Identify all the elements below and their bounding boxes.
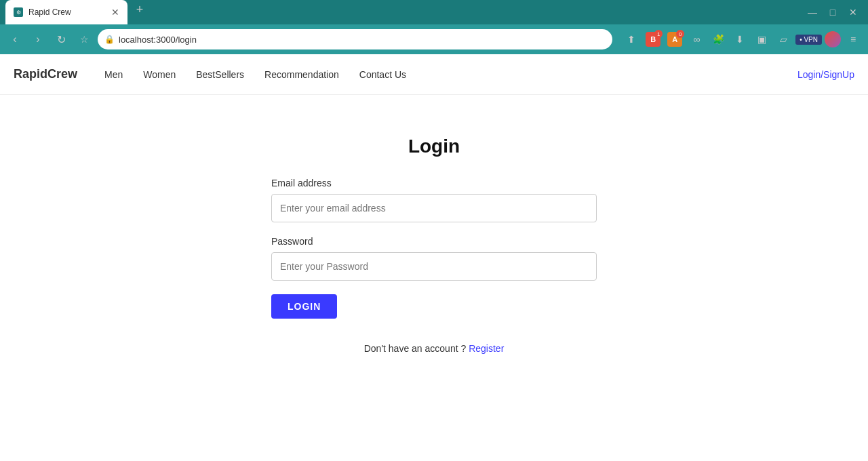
nav-recommendation[interactable]: Recommendation <box>264 69 339 80</box>
login-container: Login Email address Password LOGIN Don't… <box>0 95 868 461</box>
nav-contact[interactable]: Contact Us <box>359 69 406 80</box>
sidebar-icon[interactable]: ▣ <box>752 30 771 49</box>
site-nav: RapidCrew Men Women BestSellers Recommen… <box>0 54 868 95</box>
minimize-button[interactable]: — <box>803 3 822 22</box>
tab-close-button[interactable]: ✕ <box>111 7 119 17</box>
ext-badge-count-1: 1 <box>654 30 663 38</box>
extension-badge-2[interactable]: A 0 <box>665 30 684 49</box>
email-form-group: Email address <box>271 178 597 222</box>
title-bar: ⚙ Rapid Crew ✕ + — □ ✕ <box>0 0 868 24</box>
vpn-badge[interactable]: • VPN <box>795 35 822 45</box>
nav-men[interactable]: Men <box>104 69 123 80</box>
site-logo[interactable]: RapidCrew <box>14 67 77 81</box>
login-actions: LOGIN <box>271 294 597 319</box>
site-nav-links: Men Women BestSellers Recommendation Con… <box>104 69 797 80</box>
share-icon[interactable]: ⬆ <box>622 30 641 49</box>
menu-icon[interactable]: ≡ <box>844 30 863 49</box>
nav-bestsellers[interactable]: BestSellers <box>196 69 244 80</box>
nav-bar: ‹ › ↻ ☆ 🔒 localhost:3000/login ⬆ B 1 A 0… <box>0 24 868 54</box>
close-button[interactable]: ✕ <box>844 3 863 22</box>
email-label: Email address <box>271 178 597 188</box>
back-button[interactable]: ‹ <box>5 30 24 49</box>
forward-button[interactable]: › <box>28 30 47 49</box>
register-link[interactable]: Register <box>469 343 504 354</box>
password-form-group: Password <box>271 236 597 281</box>
extension-badge-1[interactable]: B 1 <box>644 30 663 49</box>
register-link-row: Don't have an account ? Register <box>364 343 505 354</box>
profile-icon[interactable] <box>825 31 841 47</box>
email-input[interactable] <box>271 194 597 222</box>
toolbar-right: ⬆ B 1 A 0 ∞ 🧩 ⬇ ▣ ▱ • VPN ≡ <box>622 30 863 49</box>
tab-bar: ⚙ Rapid Crew ✕ + <box>5 0 149 24</box>
lock-icon: 🔒 <box>104 35 115 44</box>
ext-badge-count-2: 0 <box>676 30 684 38</box>
no-account-text: Don't have an account ? <box>364 343 467 354</box>
active-tab[interactable]: ⚙ Rapid Crew ✕ <box>5 0 127 24</box>
page-content: RapidCrew Men Women BestSellers Recommen… <box>0 54 868 461</box>
nav-login-signup[interactable]: Login/SignUp <box>797 69 854 80</box>
maximize-button[interactable]: □ <box>823 3 842 22</box>
infinity-icon[interactable]: ∞ <box>687 30 706 49</box>
address-bar[interactable]: 🔒 localhost:3000/login <box>98 29 612 49</box>
window-controls: — □ ✕ <box>803 3 863 22</box>
reload-button[interactable]: ↻ <box>52 30 71 49</box>
login-button[interactable]: LOGIN <box>271 294 337 319</box>
tab-title: Rapid Crew <box>28 7 106 17</box>
extensions-icon[interactable]: 🧩 <box>709 30 728 49</box>
download-icon[interactable]: ⬇ <box>730 30 749 49</box>
new-tab-button[interactable]: + <box>130 0 149 19</box>
address-text: localhost:3000/login <box>119 35 606 45</box>
screenshot-icon[interactable]: ▱ <box>774 30 793 49</box>
bookmark-button[interactable]: ☆ <box>75 30 94 49</box>
nav-women[interactable]: Women <box>143 69 176 80</box>
login-title: Login <box>408 136 460 157</box>
password-label: Password <box>271 236 597 247</box>
password-input[interactable] <box>271 252 597 281</box>
tab-favicon: ⚙ <box>14 7 23 17</box>
